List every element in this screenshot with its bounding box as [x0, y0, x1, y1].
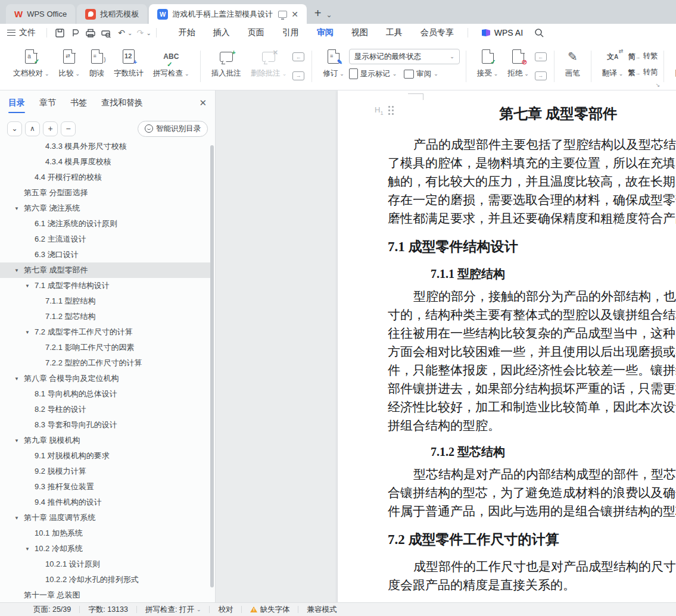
menu-tab-insert[interactable]: 插入: [204, 25, 239, 40]
undo-chevron-icon[interactable]: ⌄: [127, 30, 132, 36]
tab-current-document[interactable]: W 游戏机手柄上盖注塑模具设计 ✕: [149, 4, 307, 24]
expand-triangle-icon[interactable]: ▼: [14, 206, 24, 211]
toc-item[interactable]: 9.2 脱模力计算: [0, 464, 210, 479]
body-text-line[interactable]: 产品的成型部件主要包括了型腔结构以及型芯结构、滑块等: [338, 136, 676, 154]
toc-item[interactable]: 7.2.1 影响工作尺寸的因素: [0, 340, 210, 355]
expand-triangle-icon[interactable]: ▼: [14, 515, 24, 521]
toc-item[interactable]: ▼第八章 合模导向及定位机构: [0, 371, 210, 386]
review-pane-button[interactable]: 审阅⌄: [404, 69, 438, 79]
menu-tab-review[interactable]: 审阅: [308, 25, 342, 40]
toc-collapse-button[interactable]: −: [61, 121, 76, 136]
status-word-count[interactable]: 字数: 13133: [80, 605, 136, 615]
toc-item[interactable]: 9.1 对脱模机构的要求: [0, 448, 210, 464]
section-heading[interactable]: 7.1 成型零件结构设计: [338, 237, 676, 257]
status-spell-check[interactable]: 拼写检查: 打开⌄: [137, 605, 210, 615]
toc-item[interactable]: 6.2 主流道设计: [0, 232, 210, 247]
status-missing-font[interactable]: 缺失字体: [242, 605, 298, 615]
to-simplified-button[interactable]: 繁→ 转简: [628, 67, 658, 77]
toc-item[interactable]: ▼10.2 冷却系统: [0, 541, 210, 556]
menu-tab-view[interactable]: 视图: [342, 25, 377, 40]
subsection-heading[interactable]: 7.1.1 型腔结构: [338, 265, 676, 283]
body-text-line[interactable]: 方面会相对比较困难一些，并且使用以后出现磨损或者损坏的话: [338, 343, 676, 361]
dialog-launcher-icon[interactable]: ↘: [656, 82, 661, 88]
tab-wps-office[interactable]: W WPS Office: [6, 4, 75, 24]
toc-item[interactable]: 10.2.2 冷却水孔的排列形式: [0, 572, 210, 587]
body-text-line[interactable]: 部件镶拼进去，如果部分结构损坏严重的话，只需更换其中的部: [338, 380, 676, 398]
pen-button[interactable]: ✎ 画笔: [560, 45, 585, 88]
spell-check-button[interactable]: ABC✓ 拼写检查⌄: [148, 45, 194, 88]
toc-item[interactable]: 6.1 浇注系统的设计原则: [0, 216, 210, 232]
toc-item[interactable]: 10.2.1 设计原则: [0, 556, 210, 572]
body-text-line[interactable]: 了模具的腔体，是物料填充的主要位置，所以在充填的时候，是: [338, 154, 676, 173]
toc-expand-button[interactable]: +: [43, 121, 58, 136]
sidebar-tab-chapters[interactable]: 章节: [39, 94, 56, 112]
track-changes-button[interactable]: ≡✎ 修订⌄: [318, 45, 349, 88]
body-text-line[interactable]: 度会跟产品的精度是直接关系的。: [338, 576, 676, 595]
export-pdf-icon[interactable]: [68, 26, 82, 39]
toc-item[interactable]: 7.2.2 型腔的工作尺寸的计算: [0, 355, 210, 371]
toc-item[interactable]: 第五章 分型面选择: [0, 185, 210, 201]
body-text-line[interactable]: 往往被用在一些结构比较复杂的产品成型当中，这种类型的型腔: [338, 324, 676, 343]
body-text-line[interactable]: 经济性比较好，加工和制造业比较简单，因此本次设计的型腔结: [338, 398, 676, 417]
show-markup-button[interactable]: 显示标记⌄: [349, 68, 397, 79]
read-aloud-button[interactable]: ≡) 朗读: [85, 45, 109, 88]
print-preview-icon[interactable]: [99, 26, 113, 39]
word-count-button[interactable]: 12+ 字数统计: [109, 45, 148, 88]
expand-triangle-icon[interactable]: ▼: [25, 283, 35, 289]
toc-item[interactable]: 10.1 加热系统: [0, 526, 210, 541]
search-icon[interactable]: [532, 26, 546, 39]
toc-item[interactable]: 8.2 导柱的设计: [0, 402, 210, 417]
compare-button[interactable]: ⇄ 比较⌄: [54, 45, 85, 88]
menu-tab-home[interactable]: 开始: [170, 25, 204, 40]
previous-change-icon[interactable]: ←: [535, 52, 547, 61]
accept-change-button[interactable]: ✓ 接受⌄: [472, 45, 503, 88]
sidebar-scrollbar[interactable]: [210, 145, 214, 587]
body-text-line[interactable]: 寸的，结构种类主要有整体式的型腔以及镶拼组合结构的型腔，: [338, 306, 676, 324]
sidebar-tab-bookmarks[interactable]: 书签: [70, 94, 87, 112]
close-sidebar-icon[interactable]: ✕: [199, 98, 207, 108]
doc-proof-button[interactable]: a✓ 文档校对⌄: [8, 45, 54, 88]
markup-state-select[interactable]: 显示标记的最终状态 ⌄: [349, 49, 460, 64]
menu-tab-tools[interactable]: 工具: [377, 25, 412, 40]
translate-button[interactable]: 文A⇄ 翻译⌄: [597, 45, 628, 88]
previous-comment-icon[interactable]: ←: [292, 52, 304, 61]
menu-tab-page[interactable]: 页面: [239, 25, 273, 40]
status-compat-mode[interactable]: 兼容模式: [298, 605, 345, 615]
to-traditional-button[interactable]: 简→ 转繁: [628, 51, 658, 61]
status-page[interactable]: 页面: 25/39: [25, 605, 79, 615]
expand-triangle-icon[interactable]: ▼: [14, 438, 24, 443]
toc-item[interactable]: 8.1 导向机构的总体设计: [0, 386, 210, 402]
expand-triangle-icon[interactable]: ▼: [25, 546, 35, 552]
body-text-line[interactable]: 合镶拼结构的型芯，为了避免造成材料的浪费以及确保经济性要: [338, 484, 676, 502]
file-menu-button[interactable]: 文件: [7, 27, 36, 38]
body-text-line[interactable]: 型芯结构是对产品的内部结构成型的部件，型芯的结构有整: [338, 465, 676, 484]
toc-item[interactable]: 9.3 推杆复位装置: [0, 479, 210, 495]
toc-item[interactable]: 7.1.2 型芯结构: [0, 309, 210, 324]
toc-item[interactable]: 9.4 推件机构的设计: [0, 495, 210, 510]
subsection-heading[interactable]: 7.1.2 型芯结构: [338, 443, 676, 461]
toc-item[interactable]: ▼第九章 脱模机构: [0, 433, 210, 448]
restrict-edit-button[interactable]: 限制编辑: [670, 45, 676, 88]
toc-previous-button[interactable]: ∧: [25, 121, 40, 136]
close-tab-icon[interactable]: ✕: [291, 10, 298, 19]
reject-change-button[interactable]: ⊘ 拒绝⌄: [503, 45, 534, 88]
print-icon[interactable]: [84, 26, 97, 39]
heading-level-badge[interactable]: H1: [375, 105, 394, 116]
toc-next-button[interactable]: ⌄: [7, 121, 22, 136]
toc-item[interactable]: 7.1.1 型腔结构: [0, 293, 210, 309]
status-proofread[interactable]: 校对: [210, 605, 241, 615]
expand-triangle-icon[interactable]: ▼: [25, 330, 35, 335]
body-text-line[interactable]: 存在一定的磨损，需要选取合理的材料，确保成型零部件的强度: [338, 191, 676, 209]
toc-item[interactable]: 第十一章 总装图: [0, 587, 210, 602]
next-comment-icon[interactable]: →: [292, 71, 304, 80]
toc-item[interactable]: 4.4 开模行程的校核: [0, 170, 210, 185]
tab-list-chevron-icon[interactable]: ⌄: [326, 11, 332, 19]
section-heading[interactable]: 7.2 成型零件工作尺寸的计算: [338, 530, 676, 549]
toc-item[interactable]: ▼7.1 成型零件结构设计: [0, 278, 210, 293]
toc-item[interactable]: 6.3 浇口设计: [0, 247, 210, 262]
tab-docer-templates[interactable]: 找稻壳模板: [77, 4, 147, 24]
toc-item[interactable]: ▼7.2 成型零件工作尺寸的计算: [0, 324, 210, 340]
next-change-icon[interactable]: →: [535, 71, 547, 80]
document-page[interactable]: H1 第七章 成型零部件产品的成型部件主要包括了型腔结构以及型芯结构、滑块等了模…: [338, 90, 676, 602]
toc-item[interactable]: 8.3 导套和导向孔的设计: [0, 417, 210, 433]
